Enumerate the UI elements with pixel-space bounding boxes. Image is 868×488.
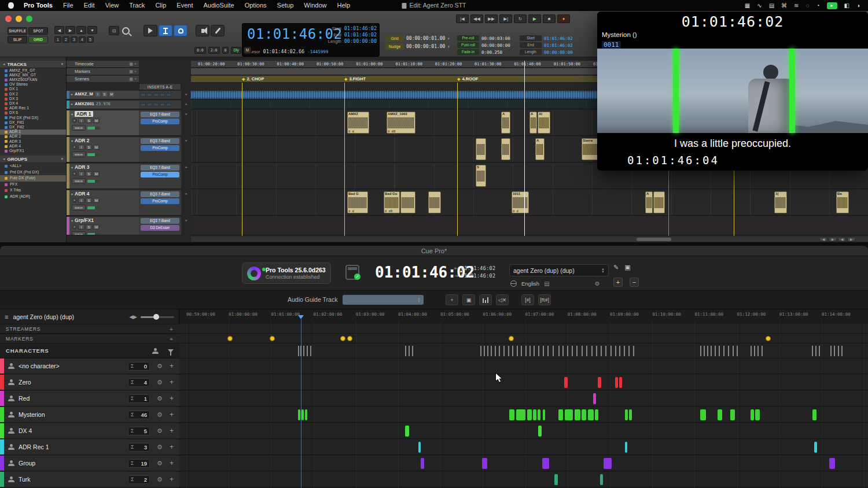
rename-pencil-icon[interactable]: ✎ (613, 264, 619, 271)
menu-pro-tools[interactable]: Pro Tools (19, 0, 58, 11)
audio-clip-a[interactable]: A (645, 191, 653, 213)
audio-clip-bad-g[interactable]: Bad G0 d (347, 191, 368, 213)
insert-procomp[interactable]: ProComp (141, 119, 179, 124)
h-zoom-arrows-icon[interactable]: ◀▶ (129, 314, 137, 320)
cue-clip[interactable] (405, 426, 409, 437)
mixer-button[interactable] (479, 294, 492, 305)
insert-slot[interactable] (141, 93, 146, 97)
zoom-preset-5[interactable]: 5 (87, 36, 94, 43)
selector-tool-button[interactable] (159, 25, 172, 36)
character-settings-icon[interactable]: ⚙ (157, 427, 163, 435)
cue-count-box[interactable]: Σ1 (128, 394, 150, 403)
insert-add-button[interactable]: + (181, 112, 191, 117)
cue-clip[interactable] (629, 409, 632, 420)
insert-eq3-7-band[interactable]: EQ3 7-Band (141, 165, 179, 171)
audio-clip-1011[interactable]: 10110 d (512, 191, 529, 213)
add-character-icon[interactable] (152, 348, 159, 354)
menu-file[interactable]: File (58, 0, 79, 11)
audio-clip-amxz-1003[interactable]: AMXZ_10030 dB (387, 112, 415, 134)
character-row-no-character[interactable]: <no character>Σ0⚙+ (0, 358, 179, 374)
pro-tools-connection-chip[interactable]: Pro Tools 25.6.0d263 Connection establis… (242, 263, 331, 284)
track-name[interactable]: ADR 3 (75, 164, 90, 170)
character-settings-icon[interactable]: ⚙ (157, 379, 163, 386)
character-settings-icon[interactable]: ⚙ (157, 460, 163, 467)
track-header-grp-fx1[interactable]: ▾Grp/FX1●ISMwave (67, 217, 139, 235)
audio-clip-unnamed[interactable] (653, 191, 665, 213)
insert-add-button[interactable]: + (181, 191, 191, 197)
cue-count-box[interactable]: Σ2 (128, 475, 150, 484)
cue-clip[interactable] (418, 442, 421, 453)
menu-view[interactable]: View (100, 0, 124, 11)
disclosure-icon[interactable]: ▸ (71, 102, 73, 106)
markers-section-row[interactable]: MARKERS + (0, 334, 179, 343)
cue-timecode-ruler[interactable]: 00:59:00:0001:00:00:0001:01:00:0001:02:0… (179, 310, 868, 319)
cue-clip[interactable] (755, 409, 760, 420)
nav-button-1[interactable]: ▶ (65, 26, 75, 34)
cue-count-box[interactable]: Σ4 (128, 378, 150, 387)
mode-spot[interactable]: SPOT (28, 27, 48, 35)
add-session-button[interactable]: + (613, 278, 623, 287)
nav-button-3[interactable]: ▼ (87, 26, 97, 34)
audio-clip-a[interactable]: A (535, 138, 545, 160)
cue-clip[interactable] (582, 409, 586, 420)
group-item-pfx[interactable]: PFX (0, 182, 66, 188)
disclosure-icon[interactable]: ▾ (71, 219, 73, 223)
tracks-list-item-prd-dx-prd-dx[interactable]: Prd DX (Prd DX) (0, 116, 66, 120)
roll-value[interactable]: 0:00.250 (481, 50, 502, 55)
cue-clip[interactable] (554, 474, 558, 485)
cue-clip[interactable] (564, 377, 568, 388)
track-header-adr-4[interactable]: ▾ADR 4●ISMwave (67, 190, 139, 216)
filter-icon[interactable] (168, 349, 174, 353)
loop-playback-button[interactable]: ↻ (514, 14, 527, 23)
roll-label[interactable]: Pre-roll (457, 35, 479, 41)
insert-eq3-7-band[interactable]: EQ3 7-Band (141, 191, 179, 197)
widgets-icon[interactable]: ▦ (745, 2, 750, 9)
cue-playhead-handle[interactable] (298, 315, 304, 319)
add-streamer-button[interactable]: + (170, 326, 174, 332)
scroll-button-2[interactable]: ◀ (838, 237, 846, 242)
panel-menu-icon[interactable]: ▾ (61, 157, 63, 161)
add-folder-button[interactable]: ▣ (462, 294, 475, 305)
cue-clip[interactable] (812, 409, 816, 420)
cue-count-box[interactable]: Σ46 (128, 411, 150, 419)
track-m-button[interactable]: M (93, 224, 100, 230)
add-cue-to-character-button[interactable]: + (170, 378, 174, 386)
nav-button-0[interactable]: ◀ (54, 26, 64, 34)
cue-clip[interactable] (542, 458, 549, 469)
cue-clip[interactable] (538, 409, 540, 420)
track-i-button[interactable]: I (95, 92, 100, 97)
out-time-value[interactable]: 01:01:46:02 (461, 273, 496, 279)
language-value[interactable]: English (521, 280, 539, 287)
character-row-zero[interactable]: ZeroΣ4⚙+ (0, 375, 179, 390)
track-m-button[interactable]: M (93, 198, 100, 203)
track-s-button[interactable]: S (86, 145, 92, 150)
rewind-button[interactable]: ◀◀ (470, 14, 483, 23)
cue-clip[interactable] (595, 409, 598, 420)
tracks-list-item-grp-fx1[interactable]: Grp/FX1 (0, 149, 66, 153)
track-i-button[interactable]: I (78, 198, 84, 203)
record-enable-button[interactable]: ● (72, 171, 77, 176)
keyboard-icon[interactable]: ⌘ (781, 2, 787, 9)
cue-clip[interactable] (575, 409, 580, 420)
track-header-adr-3[interactable]: ▾ADR 3●ISMwave (67, 164, 139, 189)
add-cue-to-character-button[interactable]: + (170, 443, 174, 451)
stop-button[interactable]: ■ (543, 14, 556, 23)
zoomer-tool-icon[interactable] (122, 27, 130, 35)
ruler-header-scenes[interactable]: Scenes▦ + (67, 76, 139, 83)
audio-clip-s[interactable]: S (476, 165, 486, 187)
zoom-toggle-button[interactable]: ⊡ (109, 26, 119, 35)
insert-eq3-7-band[interactable]: EQ3 7-Band (141, 218, 179, 224)
settings-gear-icon[interactable]: ⚙ (595, 280, 600, 287)
roll-value[interactable]: 00:00:03:00 (481, 36, 510, 41)
audio-clip-unnamed[interactable] (501, 138, 510, 160)
scrollbar-thumb[interactable] (637, 238, 671, 241)
bracket-button-1[interactable]: [R#] (538, 294, 551, 305)
character-settings-icon[interactable]: ⚙ (157, 411, 163, 419)
cue-marker[interactable] (270, 336, 275, 341)
selection-end-value[interactable]: 01:01:46:02 (344, 32, 377, 38)
zoom-preset-1[interactable]: 1 (54, 36, 61, 43)
record-enable-button[interactable]: ● (72, 198, 77, 203)
display-icon[interactable]: ▤ (769, 2, 774, 9)
track-view-selector[interactable]: wave (72, 125, 86, 131)
grabber-tool-button[interactable] (174, 25, 187, 36)
